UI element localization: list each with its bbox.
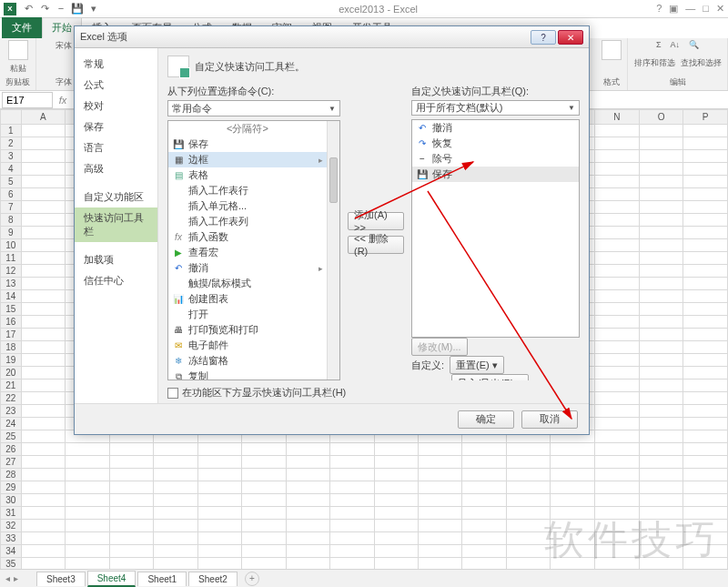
cell[interactable] bbox=[683, 150, 728, 163]
cell[interactable] bbox=[21, 367, 66, 380]
cell[interactable] bbox=[66, 443, 110, 456]
cell[interactable] bbox=[507, 481, 551, 494]
cell[interactable] bbox=[21, 558, 66, 570]
dialog-nav-item[interactable]: 信任中心 bbox=[75, 270, 157, 291]
column-header[interactable]: A bbox=[21, 110, 66, 125]
cell[interactable] bbox=[419, 469, 462, 481]
cell[interactable] bbox=[154, 494, 198, 507]
cell[interactable] bbox=[330, 545, 375, 558]
cell[interactable] bbox=[197, 532, 242, 545]
cell[interactable] bbox=[154, 545, 198, 558]
cell[interactable] bbox=[21, 532, 66, 545]
cell[interactable] bbox=[242, 545, 286, 558]
customize-qat-combo[interactable]: 用于所有文档(默认)▼ bbox=[411, 100, 580, 116]
cell[interactable] bbox=[683, 456, 728, 469]
cancel-button[interactable]: 取消 bbox=[521, 410, 578, 429]
cell[interactable] bbox=[21, 227, 66, 239]
cell[interactable] bbox=[595, 125, 640, 137]
cell[interactable] bbox=[595, 418, 640, 430]
cell[interactable] bbox=[462, 532, 507, 545]
cell[interactable] bbox=[154, 469, 198, 481]
cell[interactable] bbox=[330, 558, 375, 570]
list-item[interactable]: 插入工作表行 bbox=[168, 183, 327, 198]
cell[interactable] bbox=[462, 456, 507, 469]
qat-redo-icon[interactable]: ↷ bbox=[38, 3, 51, 15]
sheet-nav-prev-icon[interactable]: ◂ bbox=[5, 573, 10, 583]
list-item[interactable]: 📊创建图表 bbox=[168, 291, 327, 307]
cell[interactable] bbox=[683, 214, 728, 227]
cell[interactable] bbox=[375, 469, 419, 481]
cell[interactable] bbox=[683, 380, 728, 392]
cell[interactable] bbox=[683, 227, 728, 239]
cell[interactable] bbox=[21, 392, 66, 405]
cell[interactable] bbox=[595, 150, 640, 163]
cell[interactable] bbox=[595, 367, 640, 380]
row-header[interactable]: 5 bbox=[1, 176, 22, 188]
cell[interactable] bbox=[639, 176, 683, 188]
list-item[interactable]: ▦边框▸ bbox=[168, 152, 327, 167]
cell[interactable] bbox=[639, 443, 683, 456]
paste-icon[interactable] bbox=[8, 40, 28, 60]
cell[interactable] bbox=[21, 278, 66, 290]
dialog-nav-item[interactable]: 自定义功能区 bbox=[75, 187, 157, 207]
sheet-tab[interactable]: Sheet1 bbox=[137, 572, 187, 586]
cell[interactable] bbox=[21, 405, 66, 418]
row-header[interactable]: 28 bbox=[1, 469, 22, 481]
row-header[interactable]: 3 bbox=[1, 150, 22, 163]
row-header[interactable]: 10 bbox=[1, 239, 22, 252]
cell[interactable] bbox=[683, 494, 728, 507]
dialog-nav-item[interactable]: 保存 bbox=[75, 116, 157, 137]
cell[interactable] bbox=[683, 176, 728, 188]
cell[interactable] bbox=[375, 456, 419, 469]
row-header[interactable]: 26 bbox=[1, 443, 22, 456]
cell[interactable] bbox=[286, 443, 330, 456]
cell[interactable] bbox=[507, 456, 551, 469]
cell[interactable] bbox=[683, 137, 728, 150]
cell[interactable] bbox=[286, 545, 330, 558]
cell[interactable] bbox=[109, 507, 154, 520]
row-header[interactable]: 32 bbox=[1, 520, 22, 532]
row-header[interactable]: 18 bbox=[1, 341, 22, 354]
list-item[interactable]: ↷恢复 bbox=[412, 136, 579, 151]
cell[interactable] bbox=[21, 443, 66, 456]
cell[interactable] bbox=[419, 520, 462, 532]
cell[interactable] bbox=[683, 469, 728, 481]
cell[interactable] bbox=[551, 481, 595, 494]
cell[interactable] bbox=[109, 558, 154, 570]
row-header[interactable]: 24 bbox=[1, 418, 22, 430]
cell[interactable] bbox=[462, 545, 507, 558]
cell[interactable] bbox=[595, 456, 640, 469]
cell[interactable] bbox=[21, 418, 66, 430]
format-icon[interactable] bbox=[602, 40, 622, 60]
ribbon-toggle-icon[interactable]: ▣ bbox=[669, 3, 678, 15]
tab-file[interactable]: 文件 bbox=[2, 17, 42, 38]
cell[interactable] bbox=[109, 456, 154, 469]
cell[interactable] bbox=[595, 354, 640, 367]
list-item[interactable]: ▶查看宏 bbox=[168, 245, 327, 260]
cell[interactable] bbox=[639, 405, 683, 418]
cell[interactable] bbox=[197, 469, 242, 481]
cell[interactable] bbox=[154, 443, 198, 456]
cell[interactable] bbox=[286, 558, 330, 570]
row-header[interactable]: 20 bbox=[1, 367, 22, 380]
minimize-icon[interactable]: — bbox=[685, 3, 695, 15]
cell[interactable] bbox=[683, 392, 728, 405]
row-header[interactable]: 13 bbox=[1, 278, 22, 290]
row-header[interactable]: 31 bbox=[1, 507, 22, 520]
cell[interactable] bbox=[639, 265, 683, 278]
cell[interactable] bbox=[286, 481, 330, 494]
list-item[interactable]: ▤表格 bbox=[168, 167, 327, 183]
cell[interactable] bbox=[595, 469, 640, 481]
cell[interactable] bbox=[66, 469, 110, 481]
cell[interactable] bbox=[683, 316, 728, 329]
dialog-nav-item[interactable]: 语言 bbox=[75, 137, 157, 158]
row-header[interactable]: 7 bbox=[1, 201, 22, 214]
cell[interactable] bbox=[595, 265, 640, 278]
column-header[interactable]: O bbox=[639, 110, 683, 125]
cell[interactable] bbox=[286, 469, 330, 481]
list-item[interactable]: ↶撤消▸ bbox=[168, 260, 327, 276]
cell[interactable] bbox=[595, 405, 640, 418]
cell[interactable] bbox=[639, 163, 683, 176]
cell[interactable] bbox=[595, 188, 640, 201]
cell[interactable] bbox=[683, 329, 728, 341]
